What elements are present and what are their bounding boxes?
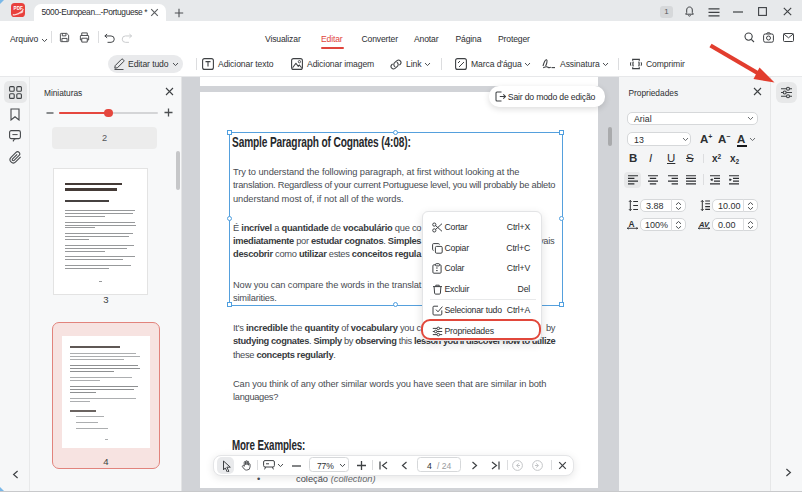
svg-text:AV: AV [698,220,710,229]
svg-text:A: A [629,219,635,229]
svg-text:PDF: PDF [14,6,23,11]
